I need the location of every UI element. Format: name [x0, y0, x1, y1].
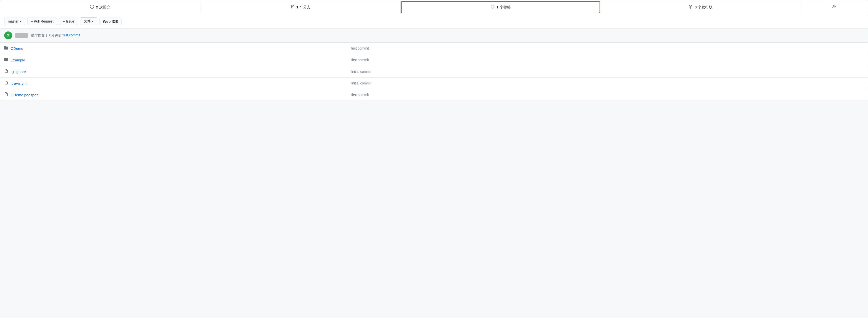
- release-icon: [689, 5, 692, 10]
- file-icon: [4, 69, 8, 74]
- file-link-2[interactable]: .gitignore: [11, 69, 26, 74]
- tag-icon: [491, 5, 495, 10]
- table-row: .gitignore Initial commit: [0, 66, 868, 78]
- webide-label: Web IDE: [103, 19, 118, 24]
- file-label: 文件: [84, 19, 91, 24]
- folder-icon: [4, 57, 8, 62]
- file-name-cell-1: Example: [0, 54, 347, 66]
- stat-branches[interactable]: 1 个分支: [200, 1, 401, 13]
- folder-icon: [4, 46, 8, 51]
- commit-message-cell-2: Initial commit: [347, 66, 868, 78]
- tags-count: 1: [497, 5, 499, 9]
- tags-unit: 个标签: [500, 5, 511, 9]
- releases-count: 0: [694, 5, 696, 9]
- commits-unit: 次提交: [99, 5, 111, 9]
- stat-contributors[interactable]: [801, 1, 868, 13]
- table-row: CDemo.podspec first commit: [0, 89, 868, 101]
- avatar: 李: [4, 31, 12, 39]
- last-commit-prefix: 最后提交于 6分钟前: [31, 33, 62, 37]
- commit-message-cell-3: Initial commit: [347, 78, 868, 89]
- branches-count: 1: [296, 5, 298, 9]
- contributor-icon: [832, 5, 836, 10]
- file-button[interactable]: 文件: [80, 17, 97, 25]
- stat-commits[interactable]: 2 次提交: [0, 1, 200, 13]
- commit-message-cell-1: first commit: [347, 54, 868, 66]
- webide-button[interactable]: Web IDE: [99, 18, 122, 25]
- table-row: CDemo first commit: [0, 42, 868, 54]
- file-link-1[interactable]: Example: [11, 58, 25, 62]
- branches-unit: 个分支: [300, 5, 311, 9]
- issue-label: + Issue: [63, 19, 74, 23]
- file-link-0[interactable]: CDemo: [11, 46, 23, 51]
- commit-message-cell-4: first commit: [347, 89, 868, 101]
- stats-bar: 2 次提交 1 个分支 1 个标签: [0, 0, 868, 15]
- commit-id-block: [15, 33, 28, 38]
- last-commit-text: 最后提交于 6分钟前 first commit: [31, 33, 80, 38]
- releases-unit: 个发行版: [698, 5, 713, 9]
- commits-count: 2: [96, 5, 98, 9]
- issue-button[interactable]: + Issue: [59, 18, 78, 25]
- file-name-cell-4: CDemo.podspec: [0, 89, 347, 101]
- table-row: .travis.yml Initial commit: [0, 78, 868, 89]
- branch-label: master: [8, 19, 19, 23]
- stat-tags[interactable]: 1 个标签: [401, 1, 600, 13]
- file-name-cell-0: CDemo: [0, 42, 347, 54]
- file-icon: [4, 92, 8, 97]
- file-link-4[interactable]: CDemo.podspec: [11, 93, 38, 97]
- stat-releases[interactable]: 0 个发行版: [600, 1, 801, 13]
- branch-icon: [290, 5, 294, 10]
- file-table: CDemo first commit Example first commit …: [0, 42, 868, 100]
- commit-icon: [90, 5, 94, 10]
- toolbar: master + Pull Request + Issue 文件 Web IDE: [0, 15, 868, 28]
- file-link-3[interactable]: .travis.yml: [11, 81, 28, 85]
- last-commit-bar: 李 最后提交于 6分钟前 first commit: [0, 28, 868, 42]
- pull-request-button[interactable]: + Pull Request: [27, 18, 57, 25]
- file-name-cell-3: .travis.yml: [0, 78, 347, 89]
- table-row: Example first commit: [0, 54, 868, 66]
- last-commit-link[interactable]: first commit: [63, 33, 81, 37]
- file-icon: [4, 81, 8, 86]
- pull-request-label: + Pull Request: [31, 19, 54, 23]
- commit-message-cell-0: first commit: [347, 42, 868, 54]
- branch-selector[interactable]: master: [4, 18, 25, 25]
- file-name-cell-2: .gitignore: [0, 66, 347, 78]
